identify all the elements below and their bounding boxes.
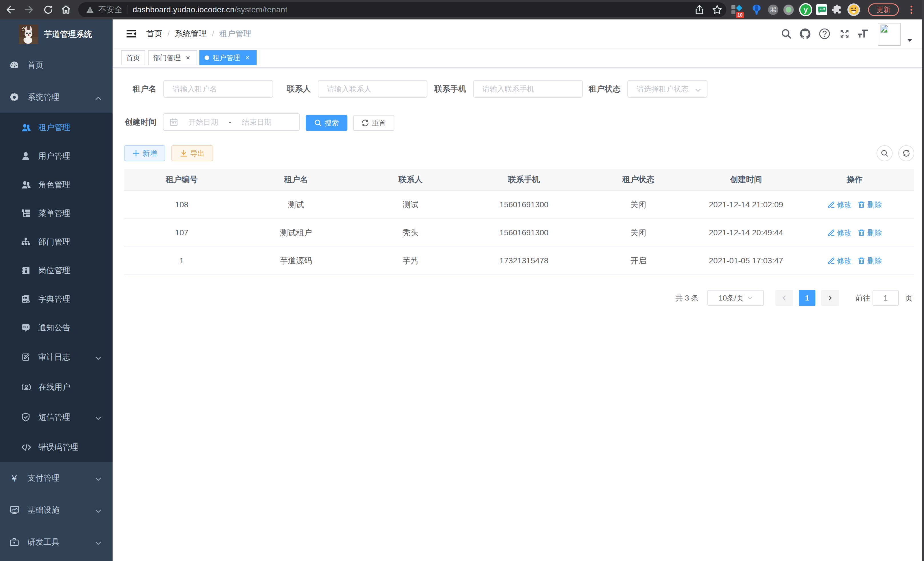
extension-command-icon[interactable]: ⌘	[767, 0, 779, 20]
delete-label: 删除	[867, 200, 882, 210]
url-host: dashboard.yudao.iocoder.cn	[133, 5, 235, 14]
sidebar-item-15[interactable]: ¥支付管理	[0, 462, 112, 494]
input-placeholder: 请输入联系手机	[474, 84, 534, 94]
sidebar-item-1[interactable]: 首页	[0, 49, 112, 81]
chevron-down-icon	[95, 415, 102, 422]
sidebar-item-10[interactable]: 通知公告	[0, 313, 112, 342]
sidebar-item-3[interactable]: 租户管理	[0, 113, 112, 142]
tag-close-icon[interactable]	[184, 54, 192, 62]
delete-link[interactable]: 删除	[857, 228, 882, 238]
sidebar-item-6[interactable]: 菜单管理	[0, 199, 112, 228]
hamburger-button[interactable]	[121, 20, 142, 48]
sidebar-item-2[interactable]: 系统管理	[0, 81, 112, 113]
extension-y-icon[interactable]: y	[799, 0, 813, 20]
sidebar-item-11[interactable]: 审计日志	[0, 342, 112, 372]
delete-link[interactable]: 删除	[857, 256, 882, 266]
sidebar-item-5[interactable]: 角色管理	[0, 170, 112, 199]
post-icon	[21, 266, 30, 275]
extension-blocks-icon[interactable]: 10	[730, 0, 743, 20]
pagination-page-1[interactable]: 1	[799, 290, 815, 306]
avatar-caret-icon[interactable]	[908, 39, 912, 42]
extension-chat-icon[interactable]	[815, 0, 828, 20]
browser-home-button[interactable]	[60, 0, 72, 20]
svg-text:¥: ¥	[11, 474, 17, 483]
pagination-goto-input[interactable]: 1	[873, 290, 899, 306]
url-text[interactable]: dashboard.yudao.iocoder.cn/system/tenant	[133, 5, 287, 14]
breadcrumb-item[interactable]: 首页	[146, 28, 162, 39]
extensions-menu-icon[interactable]	[831, 0, 843, 20]
chevron-up-icon	[95, 95, 102, 102]
bookmark-star-icon[interactable]	[712, 0, 722, 20]
browser-forward-button[interactable]	[23, 0, 35, 20]
github-icon[interactable]	[795, 20, 815, 48]
share-icon[interactable]	[694, 0, 705, 20]
date-end-placeholder: 结束日期	[231, 117, 282, 127]
pagination-next-button[interactable]	[821, 290, 839, 306]
breadcrumb-item[interactable]: 系统管理	[175, 28, 207, 39]
home-icon	[60, 4, 72, 15]
app-logo[interactable]: 芋道管理系统	[0, 20, 112, 49]
tag-label: 租户管理	[213, 53, 240, 62]
extension-badge: 10	[736, 12, 744, 18]
tag-close-icon[interactable]	[243, 54, 251, 62]
puzzle-icon	[831, 4, 843, 15]
edit-link[interactable]: 修改	[827, 228, 852, 238]
pagination-prev-button[interactable]	[776, 290, 793, 306]
tab-首页[interactable]: 首页	[121, 50, 145, 65]
profile-avatar-icon[interactable]	[847, 0, 861, 20]
export-button[interactable]: 导出	[171, 145, 213, 161]
browser-back-button[interactable]	[4, 0, 16, 20]
sidebar-item-13[interactable]: 短信管理	[0, 402, 112, 432]
edit-icon	[827, 257, 835, 265]
sidebar-item-12[interactable]: 在线用户	[0, 372, 112, 402]
font-size-icon[interactable]	[853, 20, 873, 48]
sidebar-item-16[interactable]: 基础设施	[0, 494, 112, 526]
status-select[interactable]: 请选择租户状态	[627, 80, 707, 98]
browser-menu-icon[interactable]	[906, 0, 916, 20]
sidebar-item-label: 系统管理	[27, 92, 59, 103]
edit-link[interactable]: 修改	[827, 256, 852, 266]
reset-button[interactable]: 重置	[353, 115, 394, 131]
sidebar-item-7[interactable]: 部门管理	[0, 228, 112, 256]
browser-reload-button[interactable]	[42, 0, 54, 20]
sidebar-item-9[interactable]: 字典管理	[0, 285, 112, 313]
mobile-input[interactable]: 请输入联系手机	[473, 80, 583, 98]
add-button[interactable]: 新增	[124, 145, 165, 161]
tenant-name-label: 租户名	[124, 80, 164, 98]
edit-icon	[827, 229, 835, 237]
delete-link[interactable]: 删除	[857, 200, 882, 210]
header-search-icon[interactable]	[777, 20, 796, 48]
tenant-name-input[interactable]: 请输入租户名	[164, 80, 273, 98]
contact-input[interactable]: 请输入联系人	[318, 80, 428, 98]
search-button-label: 搜索	[325, 118, 339, 128]
refresh-table-button[interactable]	[898, 145, 914, 161]
help-doc-icon[interactable]	[815, 20, 834, 48]
sidebar-item-label: 字典管理	[38, 294, 70, 305]
create-time-range-picker[interactable]: 开始日期-结束日期	[163, 113, 300, 131]
page-size-select[interactable]: 10条/页	[707, 290, 764, 306]
nav-search-icon	[781, 29, 791, 39]
tab-部门管理[interactable]: 部门管理	[148, 50, 197, 65]
tab-租户管理[interactable]: 租户管理	[200, 50, 256, 65]
sidebar-item-8[interactable]: 岗位管理	[0, 256, 112, 285]
security-chip[interactable]: 不安全	[98, 4, 122, 15]
sidebar-item-17[interactable]: 研发工具	[0, 526, 112, 558]
page-size-label: 10条/页	[718, 293, 744, 303]
extension-dot-icon[interactable]	[782, 0, 795, 20]
sidebar-item-4[interactable]: 用户管理	[0, 142, 112, 170]
sidebar-item-14[interactable]: 错误码管理	[0, 432, 112, 462]
address-bar[interactable]: 不安全dashboard.yudao.iocoder.cn/system/ten…	[78, 2, 726, 17]
message-icon	[21, 323, 30, 332]
sidebar-item-label: 错误码管理	[38, 442, 78, 453]
monitor-icon	[10, 505, 19, 515]
fullscreen-icon[interactable]	[835, 20, 854, 48]
search-button[interactable]: 搜索	[306, 115, 347, 131]
update-button[interactable]: 更新	[868, 3, 899, 16]
table-row: 1芋道源码芋艿17321315478开启2021-01-05 17:03:47修…	[124, 247, 914, 275]
edit-link[interactable]: 修改	[827, 200, 852, 210]
toggle-search-button[interactable]	[877, 145, 892, 161]
user-avatar[interactable]	[878, 23, 901, 46]
role-icon	[21, 180, 30, 189]
money-icon: ¥	[10, 474, 19, 483]
extension-balloon-icon[interactable]	[751, 0, 762, 20]
